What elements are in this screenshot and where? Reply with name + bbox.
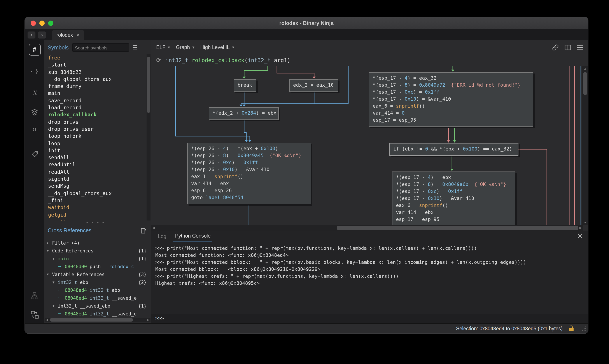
xref-in-icon: ← — [58, 310, 65, 318]
function-header-row: ⟳ int32_t rolodex_callback(int32_t arg1) — [151, 54, 588, 66]
scroll-left-icon[interactable]: ◀ — [45, 318, 49, 322]
symbol-item[interactable]: loop — [44, 140, 147, 147]
collapse-icon[interactable]: ▾ — [52, 302, 58, 310]
graph-vscrollbar[interactable]: ▲ ▼ — [582, 66, 588, 225]
graph-node-assign-edx[interactable]: edx_2 = eax_10 — [289, 79, 338, 92]
memory-layers-icon[interactable] — [25, 108, 44, 116]
console-input[interactable]: >>> — [151, 314, 588, 324]
collapse-icon[interactable]: ▾ — [52, 255, 58, 262]
xref-row[interactable]: ←08048ed4 int32_t ebp — [44, 286, 151, 294]
symbol-item[interactable]: frame_dummy — [44, 83, 147, 90]
xref-row[interactable]: ▾Variable References{3} — [44, 270, 151, 278]
symbol-item[interactable]: free — [44, 54, 147, 62]
xref-row[interactable]: ▸Filter (4) — [44, 239, 151, 247]
chevron-down-icon: ▼ — [232, 45, 235, 49]
menu-graph[interactable]: Graph▼ — [176, 45, 195, 50]
menu-elf[interactable]: ELF▼ — [156, 45, 171, 50]
xref-row[interactable]: ▾int32_t __saved_ebp{1} — [44, 302, 151, 310]
console-tab-python[interactable]: Python Console — [173, 230, 212, 242]
scroll-up-icon[interactable]: ▲ — [582, 66, 588, 71]
graph-node-if-cond[interactable]: if (ebx != 0 && *(ebx + 0x100) == eax_32… — [389, 143, 518, 156]
symbol-item[interactable]: sub_8048c22 — [44, 68, 147, 76]
refresh-icon[interactable]: ⟳ — [156, 57, 161, 64]
variables-icon[interactable]: x — [25, 88, 44, 96]
xref-row[interactable]: ▾main{1} — [44, 255, 151, 262]
symbol-item[interactable]: sendMsg — [44, 183, 147, 190]
symbol-item[interactable]: main — [44, 90, 147, 97]
graph-node-break[interactable]: break — [234, 79, 256, 92]
lock-icon[interactable] — [569, 327, 574, 331]
xrefs-header-row: Cross References — [44, 226, 151, 235]
symbol-item[interactable]: getgid — [44, 211, 147, 218]
xref-row[interactable]: →08048d00 push rolodex_c — [44, 262, 151, 270]
scrollbar-thumb[interactable] — [147, 57, 150, 113]
scrollbar-thumb[interactable] — [50, 318, 133, 322]
scrollbar-thumb[interactable] — [583, 72, 587, 95]
view-menu-icon[interactable] — [577, 44, 584, 50]
strings-icon[interactable]: ” — [25, 128, 44, 136]
chevron-down-icon: ▼ — [192, 45, 195, 49]
symbol-item[interactable]: rolodex_callback — [44, 111, 147, 118]
cross-references-icon[interactable] — [25, 311, 44, 319]
new-pane-icon[interactable] — [141, 227, 147, 234]
symbol-item[interactable]: drop_privs — [44, 118, 147, 126]
console-close-icon[interactable]: ✕ — [577, 232, 583, 240]
split-view-icon[interactable] — [564, 44, 571, 51]
xref-row[interactable]: ←08048ed4 int32_t __saved_e — [44, 294, 151, 302]
collapse-icon[interactable]: ▾ — [47, 270, 52, 278]
symbol-item[interactable]: init — [44, 147, 147, 154]
scroll-left-icon[interactable]: ◀ — [151, 225, 156, 231]
symbols-search-input[interactable] — [72, 43, 129, 52]
menu-high-level-il[interactable]: High Level IL▼ — [200, 45, 235, 50]
scroll-right-icon[interactable]: ▶ — [146, 318, 151, 322]
graph-node-store-edx[interactable]: *(edx_2 + 0x284) = ebx — [209, 107, 279, 120]
xref-row[interactable]: ←08048ed4 int32_t __saved_e — [44, 310, 151, 318]
outline-icon[interactable] — [25, 292, 44, 300]
resize-grip[interactable] — [582, 326, 587, 331]
scroll-right-icon[interactable]: ▶ — [578, 225, 583, 231]
symbol-item[interactable]: drop_privs_user — [44, 126, 147, 133]
symbols-menu-button[interactable]: ☰ — [132, 44, 138, 51]
graph-canvas[interactable]: breakedx_2 = eax_10*(edx_2 + 0x284) = eb… — [151, 66, 583, 225]
nav-forward-button[interactable]: › — [38, 31, 46, 38]
expand-icon[interactable]: ▸ — [47, 239, 52, 247]
symbols-scrollbar[interactable] — [147, 54, 151, 221]
window-title: rolodex - Binary Ninja — [25, 17, 588, 29]
symbol-item[interactable]: printf — [44, 218, 147, 221]
symbol-item[interactable]: sigchld — [44, 175, 147, 183]
symbol-item[interactable]: waitpid — [44, 204, 147, 211]
collapse-icon[interactable]: ▾ — [52, 278, 58, 286]
symbol-item[interactable]: _fini — [44, 197, 147, 204]
console-output[interactable]: >>> print("Most connected function: " + … — [151, 242, 588, 315]
scroll-down-icon[interactable]: ▼ — [582, 220, 588, 225]
nav-back-button[interactable]: ‹ — [27, 31, 35, 38]
symbol-item[interactable]: readAll — [44, 169, 147, 176]
link-icon[interactable] — [552, 43, 559, 51]
tab-rolodex[interactable]: rolodex × — [52, 29, 84, 40]
symbol-item[interactable]: sendAll — [44, 154, 147, 161]
symbols-panel-icon[interactable]: # — [25, 44, 44, 56]
symbol-item[interactable]: __do_global_dtors_aux — [44, 76, 147, 83]
symbols-header: Symbols — [48, 44, 69, 51]
tab-close-icon[interactable]: × — [76, 31, 80, 38]
mini-graph-icon[interactable]: { } — [25, 67, 44, 74]
console-tab-log[interactable]: Log — [156, 231, 168, 242]
xref-row[interactable]: ▾int32_t ebp{2} — [44, 278, 151, 286]
symbol-item[interactable]: loop_nofork — [44, 133, 147, 140]
symbol-item[interactable]: save_record — [44, 97, 147, 104]
panel-splitter-handle[interactable]: ● ● ● ● — [44, 221, 147, 225]
scrollbar-thumb[interactable] — [337, 226, 578, 230]
graph-hscrollbar[interactable]: ◀ ▶ — [151, 225, 583, 231]
symbol-item[interactable]: __do_global_ctors_aux — [44, 190, 147, 197]
graph-node-err-not-found[interactable]: *(esp_17 - 4) = eax_32*(esp_17 - 8) = 0x… — [369, 72, 533, 127]
xref-row[interactable]: ▾Code References{1} — [44, 247, 151, 255]
tags-icon[interactable] — [25, 151, 44, 158]
symbol-item[interactable]: readUntil — [44, 161, 147, 169]
symbol-item[interactable]: _start — [44, 62, 147, 69]
graph-node-ok-d[interactable]: *(esp_26 - 4) = *(ebx + 0x100)*(esp_26 -… — [187, 143, 311, 204]
graph-node-ok-s[interactable]: *(esp_17 - 4) = ebx*(esp_17 - 8) = 0x804… — [392, 171, 515, 225]
collapse-icon[interactable]: ▾ — [47, 247, 52, 255]
symbol-item[interactable]: load_record — [44, 104, 147, 111]
xrefs-scrollbar[interactable]: ◀ ▶ — [45, 318, 151, 322]
console-line: Highest xrefs: <func: x86@0x804895c> — [155, 280, 588, 287]
